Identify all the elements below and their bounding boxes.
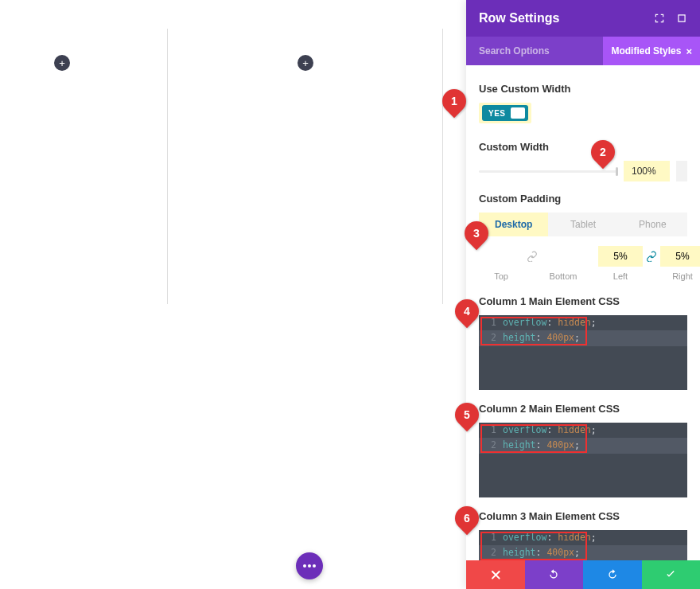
custom-width-value[interactable]: 100% [624,161,670,181]
panel-title: Row Settings [479,11,559,25]
close-icon[interactable]: × [686,45,692,57]
padding-top-label: Top [494,271,508,281]
settings-panel: Row Settings Search Options Modified Sty… [466,0,700,589]
device-tab-phone[interactable]: Phone [618,213,687,236]
add-module-button[interactable]: + [54,55,70,71]
panel-subheader: Search Options Modified Styles × [466,37,700,65]
field-label-custom-padding: Custom Padding [479,193,687,205]
builder-canvas: + + [0,0,461,589]
padding-left-input[interactable] [598,246,643,267]
link-icon[interactable] [646,246,657,267]
use-custom-width-toggle[interactable]: YES [482,105,528,121]
device-tab-tablet[interactable]: Tablet [548,213,617,236]
padding-top-input[interactable] [479,246,523,267]
field-label-use-custom-width: Use Custom Width [479,83,687,95]
undo-button[interactable] [525,560,584,589]
padding-right-label: Right [672,271,693,281]
column-divider [167,29,168,304]
padding-bottom-input[interactable] [541,246,585,267]
add-module-button[interactable]: + [298,55,313,71]
snap-icon[interactable] [654,13,665,24]
device-tabs: Desktop Tablet Phone [479,213,687,236]
field-label-custom-width: Custom Width [479,141,687,153]
panel-header: Row Settings [466,0,700,37]
col1-css-editor[interactable]: 1overflow: hidden; 2height: 400px; [479,315,687,390]
padding-left-label: Left [613,271,628,281]
link-icon[interactable] [527,246,538,267]
search-options-input[interactable]: Search Options [466,45,603,57]
col2-css-editor[interactable]: 1overflow: hidden; 2height: 400px; [479,423,687,497]
modified-styles-filter[interactable]: Modified Styles × [603,37,700,65]
cancel-button[interactable] [466,560,525,589]
builder-menu-fab[interactable] [296,552,323,579]
padding-inputs: Top Bottom Left Right [479,246,687,281]
padding-bottom-label: Bottom [550,271,578,281]
field-label-col1-css: Column 1 Main Element CSS [479,295,687,307]
device-tab-desktop[interactable]: Desktop [479,213,548,236]
custom-width-slider[interactable] [479,170,617,173]
panel-body: Use Custom Width YES Custom Width 100% C… [466,65,700,560]
custom-width-stepper[interactable] [676,161,687,181]
highlight: YES [479,103,531,123]
field-label-col3-css: Column 3 Main Element CSS [479,510,687,522]
redo-button[interactable] [583,560,642,589]
field-label-col2-css: Column 2 Main Element CSS [479,403,687,415]
toggle-knob [511,107,525,119]
filter-label: Modified Styles [611,45,681,57]
toggle-state: YES [488,109,506,118]
save-button[interactable] [642,560,701,589]
col3-css-editor[interactable]: 1overflow: hidden; 2height: 400px; [479,530,687,560]
padding-right-input[interactable] [660,246,700,267]
expand-icon[interactable] [676,13,687,24]
column-divider [442,29,443,304]
panel-footer [466,560,700,589]
